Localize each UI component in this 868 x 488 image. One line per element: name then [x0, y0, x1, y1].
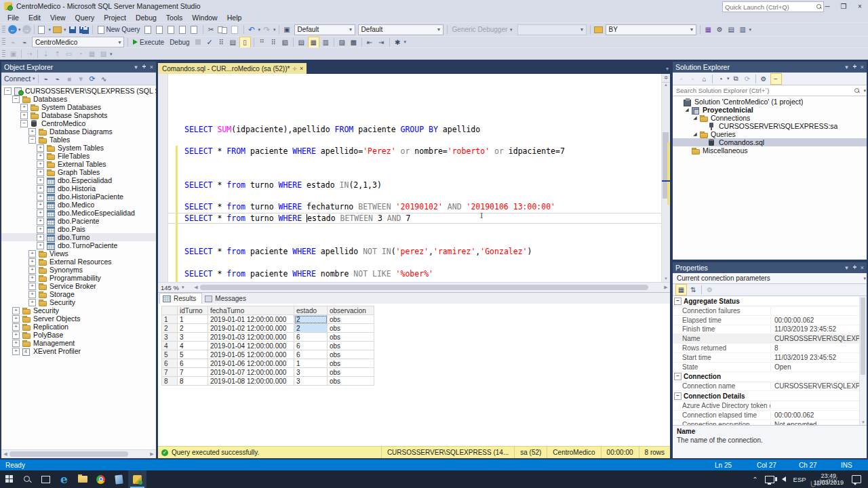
display-estimated-plan-icon[interactable]: ⠿ [216, 37, 226, 47]
tree-item-synonyms[interactable]: +Synonyms [1, 266, 156, 274]
window-position-icon[interactable]: ▾ [845, 64, 848, 70]
parse-icon[interactable]: ✓ [205, 37, 215, 47]
tree-item-external-tables[interactable]: +External Tables [1, 160, 156, 168]
taskbar-search-button[interactable] [18, 470, 37, 488]
ssms-taskbar-button[interactable] [128, 470, 146, 488]
solution-explorer-header[interactable]: Solution Explorer ▾ × [673, 62, 867, 73]
execute-button[interactable]: Execute [130, 37, 167, 47]
transaction-combo[interactable]: Default▾ [294, 24, 355, 35]
properties-wrench-icon[interactable]: ⚙ [759, 74, 769, 84]
close-panel-icon[interactable]: × [861, 264, 864, 271]
expand-icon[interactable]: + [37, 177, 44, 184]
activity-monitor-icon[interactable]: ▣ [282, 24, 292, 35]
close-panel-icon[interactable]: × [150, 64, 153, 70]
property-category-connection[interactable]: −Connection [673, 372, 867, 382]
cell[interactable]: 2019-01-02 12:00:00.000 [208, 324, 294, 333]
property-category-connection-details[interactable]: −Connection Details [673, 391, 867, 401]
include-client-statistics-icon[interactable]: ⠿ [269, 37, 279, 47]
cell[interactable]: obs [328, 333, 374, 342]
pin-icon[interactable] [852, 265, 857, 270]
intellisense-enabled-icon[interactable]: ▯ [239, 37, 251, 48]
tree-item-xevent-profiler[interactable]: +XEvent Profiler [1, 347, 156, 355]
cell[interactable]: obs [328, 350, 374, 359]
chrome-button[interactable] [92, 470, 110, 488]
expand-icon[interactable]: + [37, 209, 44, 217]
new-file-dropdown-icon[interactable]: ▾ [49, 27, 52, 33]
refresh-icon[interactable]: ⟳ [87, 74, 98, 84]
toolbar-grip[interactable] [2, 50, 5, 58]
expand-icon[interactable]: + [37, 234, 44, 241]
tree-item-management[interactable]: +Management [1, 339, 156, 347]
expand-icon[interactable]: + [37, 201, 44, 209]
tree-item-polybase[interactable]: +PolyBase [1, 331, 156, 339]
collapse-icon[interactable]: − [674, 392, 682, 400]
results-to-text-icon[interactable]: ▤ [296, 37, 307, 47]
menu-window[interactable]: Window [187, 14, 222, 22]
property-category-aggregate-status[interactable]: −Aggregate Status [673, 296, 867, 306]
collapse-icon[interactable]: − [20, 120, 28, 127]
live-query-stats-icon[interactable]: ▧ [280, 37, 290, 47]
sql-code[interactable]: SELECT SUM(idpaciente),apellido FROM pac… [168, 79, 661, 279]
results-tab-messages[interactable]: Messages [202, 293, 252, 304]
cell[interactable]: 1 [294, 359, 328, 368]
tree-item-centromedico[interactable]: −CentroMedico [1, 119, 156, 127]
filter-stop-icon[interactable]: ■ [64, 74, 75, 84]
tree-item-dbo-medicoespecialidad[interactable]: +dbo.MedicoEspecialidad [1, 209, 156, 217]
expand-icon[interactable]: + [12, 348, 20, 355]
property-row-connection-elapsed-time[interactable]: Connection elapsed time00:00:00.062 [673, 411, 867, 420]
property-row-azure-active-directory-token-expira[interactable]: Azure Active Directory token expira [673, 401, 867, 411]
expand-icon[interactable]: + [28, 283, 36, 290]
paste-icon[interactable] [231, 24, 241, 35]
window-position-icon[interactable]: ▾ [845, 264, 848, 271]
tree-item-filetables[interactable]: +FileTables [1, 152, 156, 160]
tree-item-views[interactable]: +Views [1, 249, 156, 258]
cell[interactable]: obs [328, 359, 374, 368]
new-query-button[interactable]: New Query [95, 24, 143, 35]
edge-button[interactable]: e [55, 470, 73, 488]
filter-dropdown-icon[interactable]: ▾ [727, 76, 730, 81]
expand-icon[interactable]: + [37, 169, 44, 176]
expand-icon[interactable]: + [28, 250, 36, 258]
tree-item-system-tables[interactable]: +System Tables [1, 144, 156, 152]
cell[interactable]: 6 [162, 359, 178, 368]
breakpoint-icon[interactable]: ▣ [8, 49, 18, 59]
template-explorer-icon[interactable] [593, 24, 604, 35]
redo-dropdown-icon[interactable]: ▾ [273, 27, 276, 33]
cell[interactable]: 4 [162, 342, 178, 350]
scroll-down-icon[interactable]: ▼ [860, 420, 867, 424]
cell[interactable]: obs [328, 324, 374, 333]
scroll-left-icon[interactable]: ◀ [1, 451, 9, 457]
tree-item-queries[interactable]: ◢Queries [673, 130, 867, 138]
menu-file[interactable]: File [3, 14, 24, 22]
tree-item-external-resources[interactable]: +External Resources [1, 258, 156, 266]
collapse-icon[interactable]: − [28, 136, 36, 144]
property-row-start-time[interactable]: Start time11/03/2019 23:45:52 [673, 353, 867, 363]
activity-icon[interactable]: ∿ [99, 74, 109, 84]
copy-icon[interactable] [218, 24, 229, 35]
cell[interactable]: obs [328, 342, 374, 350]
volume-icon[interactable] [782, 476, 786, 482]
tree-item-service-broker[interactable]: +Service Broker [1, 282, 156, 290]
expand-icon[interactable]: + [37, 242, 44, 249]
menu-tools[interactable]: Tools [161, 14, 188, 22]
back-icon[interactable]: ◦ [676, 74, 686, 84]
expand-icon[interactable]: + [20, 112, 28, 119]
cell[interactable]: 5 [178, 350, 208, 359]
scroll-left-icon[interactable]: ◀ [192, 285, 200, 290]
property-row-rows-returned[interactable]: Rows returned8 [673, 344, 867, 353]
scroll-down-icon[interactable]: ▼ [662, 277, 670, 281]
decrease-indent-icon[interactable]: ⇤ [365, 37, 375, 47]
cell[interactable]: obs [328, 368, 374, 377]
tree-item-comandos-sql[interactable]: Comandos.sql [673, 138, 867, 146]
tree-item-miscellaneous[interactable]: Miscellaneous [673, 146, 867, 155]
pending-changes-filter-icon[interactable]: ◔ [715, 74, 726, 84]
tree-item-database-diagrams[interactable]: +Database Diagrams [1, 127, 156, 136]
property-row-elapsed-time[interactable]: Elapsed time00:00:00.062 [673, 316, 867, 325]
cell[interactable]: 6 [178, 359, 208, 368]
expand-icon[interactable]: + [20, 104, 28, 111]
sync-with-active-document-icon[interactable]: ⧉ [731, 74, 741, 84]
categorized-icon[interactable]: ▦ [675, 284, 687, 296]
preview-selected-items-icon[interactable]: − [770, 73, 782, 85]
tree-item-database-snapshots[interactable]: +Database Snapshots [1, 111, 156, 119]
close-panel-icon[interactable]: × [861, 64, 864, 70]
